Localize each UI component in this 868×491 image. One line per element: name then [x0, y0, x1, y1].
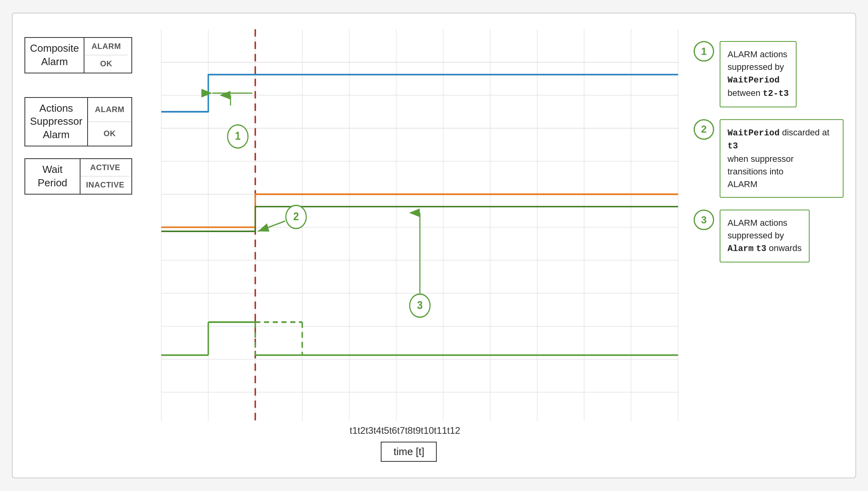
grid-area: 1 2 [132, 29, 686, 421]
tick-t5: t5 [381, 425, 389, 436]
chart-area: 1 2 [132, 29, 686, 462]
labels-column: CompositeAlarm ALARM OK ActionsSuppresso… [24, 29, 132, 462]
tick-t12: t12 [447, 425, 460, 436]
composite-ok-state: OK [84, 55, 128, 72]
tick-t7: t7 [397, 425, 405, 436]
callout-box-2: WaitPeriod discarded at t3when suppresso… [720, 119, 844, 198]
composite-alarm-label: CompositeAlarm ALARM OK [24, 37, 132, 73]
suppressor-ok-state: OK [88, 122, 131, 146]
callout-column: 1 ALARM actionssuppressed byWaitPeriodbe… [694, 29, 844, 462]
callout-number-2: 2 [694, 119, 714, 140]
tick-t8: t8 [405, 425, 413, 436]
callout-box-1: ALARM actionssuppressed byWaitPeriodbetw… [720, 41, 797, 107]
wait-period-title: WaitPeriod [25, 159, 80, 194]
composite-alarm-state: ALARM [84, 38, 128, 55]
tick-t4: t4 [373, 425, 381, 436]
tick-t11: t11 [434, 425, 447, 436]
callout-item-2: 2 WaitPeriod discarded at t3when suppres… [694, 119, 844, 198]
composite-alarm-title: CompositeAlarm [25, 38, 84, 73]
callout-number-3: 3 [694, 210, 714, 230]
svg-line-31 [258, 221, 285, 231]
wait-active-state: ACTIVE [80, 159, 130, 176]
callout-number-1: 1 [694, 41, 714, 62]
tick-t10: t10 [421, 425, 434, 436]
callout-item-1: 1 ALARM actionssuppressed byWaitPeriodbe… [694, 41, 844, 107]
wait-inactive-state: INACTIVE [80, 176, 130, 193]
callout-box-3: ALARM actionssuppressed byAlarm t3 onwar… [720, 210, 810, 262]
time-label-box: time [t] [381, 442, 437, 462]
wait-period-label: WaitPeriod ACTIVE INACTIVE [24, 158, 132, 195]
main-container: CompositeAlarm ALARM OK ActionsSuppresso… [12, 13, 856, 478]
tick-t1: t1 [350, 425, 357, 436]
svg-text:3: 3 [417, 298, 423, 311]
diagram-area: CompositeAlarm ALARM OK ActionsSuppresso… [24, 29, 686, 462]
chart-svg: 1 2 [132, 29, 686, 421]
suppressor-alarm-title: ActionsSuppressorAlarm [25, 98, 88, 146]
suppressor-alarm-label: ActionsSuppressorAlarm ALARM OK [24, 97, 132, 146]
svg-text:1: 1 [235, 129, 240, 142]
tick-t3: t3 [365, 425, 373, 436]
tick-t6: t6 [389, 425, 397, 436]
suppressor-alarm-state: ALARM [88, 98, 131, 122]
time-axis-container: t1 t2 t3 t4 t5 t6 t7 t8 t9 t10 t11 t12 t… [132, 421, 686, 462]
tick-t2: t2 [357, 425, 365, 436]
svg-text:2: 2 [293, 210, 299, 223]
tick-t9: t9 [413, 425, 421, 436]
callout-item-3: 3 ALARM actionssuppressed byAlarm t3 onw… [694, 210, 844, 262]
time-axis: t1 t2 t3 t4 t5 t6 t7 t8 t9 t10 t11 t12 [350, 425, 468, 436]
